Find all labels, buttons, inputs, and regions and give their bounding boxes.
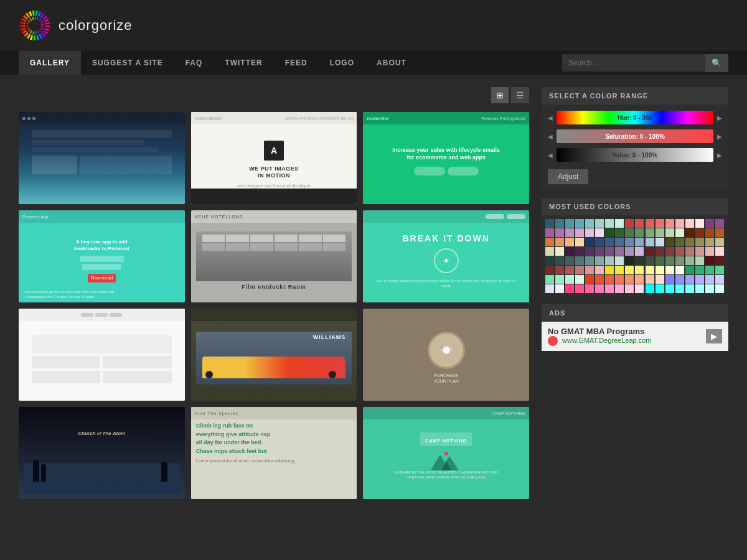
color-swatch[interactable] [595, 238, 604, 246]
color-swatch[interactable] [615, 275, 624, 284]
color-swatch[interactable] [545, 238, 554, 246]
color-swatch[interactable] [625, 238, 634, 246]
color-swatch[interactable] [665, 284, 674, 293]
color-swatch[interactable] [585, 238, 594, 246]
color-swatch[interactable] [646, 219, 654, 228]
color-swatch[interactable] [675, 219, 684, 228]
color-swatch[interactable] [705, 275, 714, 284]
color-swatch[interactable] [695, 284, 704, 293]
color-swatch[interactable] [646, 275, 654, 284]
color-swatch[interactable] [585, 275, 594, 284]
color-swatch[interactable] [715, 228, 724, 237]
color-swatch[interactable] [646, 228, 654, 237]
color-swatch[interactable] [595, 247, 604, 256]
val-right-arrow[interactable]: ▶ [717, 152, 722, 159]
search-input[interactable] [562, 54, 705, 72]
color-swatch[interactable] [545, 247, 554, 256]
color-swatch[interactable] [635, 256, 644, 265]
color-swatch[interactable] [675, 275, 684, 284]
color-swatch[interactable] [635, 238, 644, 246]
ads-next-button[interactable]: ▶ [706, 329, 722, 343]
color-swatch[interactable] [545, 228, 554, 237]
nav-item-twitter[interactable]: TWITTER [214, 51, 273, 75]
sat-left-arrow[interactable]: ◀ [548, 133, 553, 140]
gallery-item[interactable]: Pinterest App A tiny mac app to addbookm… [19, 210, 185, 302]
color-swatch[interactable] [585, 266, 594, 274]
gallery-item[interactable]: mailerlite Features Pricing About Increa… [363, 112, 529, 204]
color-swatch[interactable] [675, 247, 684, 256]
color-swatch[interactable] [595, 228, 604, 237]
hue-track[interactable]: Hue: 0 - 360 [557, 111, 713, 124]
color-swatch[interactable] [575, 228, 584, 237]
gallery-item[interactable]: 🍽️ PURCHASEYOUR PLAN [363, 309, 529, 401]
color-swatch[interactable] [565, 238, 574, 246]
color-swatch[interactable] [665, 266, 674, 274]
color-swatch[interactable] [695, 219, 704, 228]
gallery-item[interactable]: NONO NONO WORK PROFILE CONTACT BLOG A WE… [191, 112, 357, 204]
color-swatch[interactable] [545, 219, 554, 228]
color-swatch[interactable] [695, 247, 704, 256]
color-swatch[interactable] [655, 219, 664, 228]
color-swatch[interactable] [605, 219, 614, 228]
color-swatch[interactable] [695, 228, 704, 237]
nav-item-feed[interactable]: FEED [274, 51, 319, 75]
color-swatch[interactable] [595, 284, 604, 293]
color-swatch[interactable] [685, 284, 694, 293]
color-swatch[interactable] [685, 238, 694, 246]
color-swatch[interactable] [585, 284, 594, 293]
color-swatch[interactable] [715, 219, 724, 228]
color-swatch[interactable] [685, 219, 694, 228]
nav-item-suggest[interactable]: SUGGEST A SITE [81, 51, 174, 75]
nav-item-faq[interactable]: FAQ [174, 51, 214, 75]
color-swatch[interactable] [655, 247, 664, 256]
color-swatch[interactable] [585, 247, 594, 256]
color-swatch[interactable] [685, 228, 694, 237]
gallery-item[interactable]: NEUE HOTELLONS [191, 210, 357, 302]
color-swatch[interactable] [665, 247, 674, 256]
color-swatch[interactable] [625, 284, 634, 293]
color-swatch[interactable] [625, 219, 634, 228]
color-swatch[interactable] [615, 256, 624, 265]
color-swatch[interactable] [655, 284, 664, 293]
color-swatch[interactable] [615, 266, 624, 274]
color-swatch[interactable] [555, 247, 564, 256]
color-swatch[interactable] [605, 238, 614, 246]
gallery-item[interactable]: WILLIAMS [191, 309, 357, 401]
color-swatch[interactable] [685, 256, 694, 265]
color-swatch[interactable] [545, 266, 554, 274]
color-swatch[interactable] [545, 275, 554, 284]
color-swatch[interactable] [615, 219, 624, 228]
color-swatch[interactable] [635, 247, 644, 256]
color-swatch[interactable] [715, 266, 724, 274]
color-swatch[interactable] [635, 219, 644, 228]
color-swatch[interactable] [665, 275, 674, 284]
hue-left-arrow[interactable]: ◀ [548, 114, 553, 121]
color-swatch[interactable] [585, 219, 594, 228]
nav-item-logo[interactable]: LOGO [319, 51, 365, 75]
color-swatch[interactable] [625, 266, 634, 274]
color-swatch[interactable] [646, 284, 654, 293]
color-swatch[interactable] [555, 266, 564, 274]
color-swatch[interactable] [625, 256, 634, 265]
color-swatch[interactable] [715, 256, 724, 265]
color-swatch[interactable] [665, 228, 674, 237]
color-swatch[interactable] [705, 266, 714, 274]
nav-item-about[interactable]: ABOUT [365, 51, 418, 75]
color-swatch[interactable] [585, 256, 594, 265]
color-swatch[interactable] [675, 238, 684, 246]
color-swatch[interactable] [605, 266, 614, 274]
color-swatch[interactable] [655, 266, 664, 274]
hue-right-arrow[interactable]: ▶ [717, 114, 722, 121]
color-swatch[interactable] [625, 228, 634, 237]
color-swatch[interactable] [545, 256, 554, 265]
color-swatch[interactable] [565, 275, 574, 284]
color-swatch[interactable] [685, 266, 694, 274]
color-swatch[interactable] [605, 247, 614, 256]
color-swatch[interactable] [675, 256, 684, 265]
color-swatch[interactable] [605, 284, 614, 293]
color-swatch[interactable] [685, 275, 694, 284]
val-left-arrow[interactable]: ◀ [548, 152, 553, 159]
color-swatch[interactable] [565, 247, 574, 256]
color-swatch[interactable] [575, 247, 584, 256]
adjust-button[interactable]: Adjust [548, 169, 588, 184]
